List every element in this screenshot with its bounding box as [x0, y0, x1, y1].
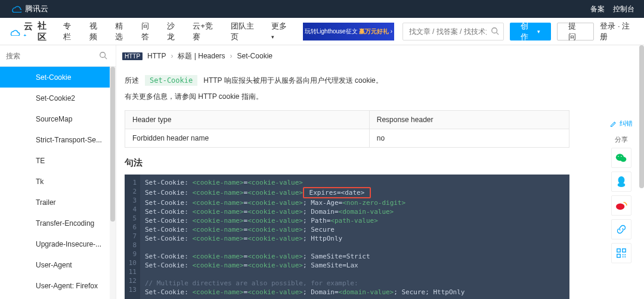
desc-label: 所述 — [125, 76, 139, 86]
cloud-icon — [10, 4, 21, 14]
nav-item[interactable]: 沙龙 — [167, 21, 182, 42]
scrollbar-thumb[interactable] — [639, 45, 644, 188]
search-input[interactable] — [402, 23, 504, 41]
table-cell: Header type — [125, 111, 370, 129]
community-cloud-text: 云+ — [24, 21, 35, 42]
breadcrumb: HTTP HTTP › 标题 | Headers › Set-Cookie — [116, 45, 644, 67]
global-search — [402, 23, 504, 41]
link-console[interactable]: 控制台 — [613, 4, 634, 14]
qq-icon — [616, 176, 627, 188]
table-cell: Response header — [369, 111, 569, 129]
sub-description: 有关更多信息，请参阅 HTTP cookie 指南。 — [125, 92, 632, 102]
svg-line-3 — [105, 57, 107, 60]
breadcrumb-item[interactable]: 标题 | Headers — [178, 51, 225, 61]
nav-right: 创作 ▾ 提问 登录 · 注册 — [402, 21, 636, 42]
sidebar-search-input[interactable] — [6, 48, 110, 64]
nav-item[interactable]: 精选 — [115, 21, 130, 42]
header-info-table: Header type Response header Forbidden he… — [125, 110, 569, 148]
nav-item[interactable]: 专栏 — [63, 21, 78, 42]
nav-item[interactable]: 更多 ▾ — [271, 21, 291, 42]
scrollbar-thumb[interactable] — [110, 67, 115, 222]
table-cell: no — [369, 129, 569, 148]
share-qrcode-button[interactable] — [611, 243, 631, 263]
promo-banner[interactable]: 玩转Lighthouse征文 赢万元好礼 › — [303, 23, 394, 41]
share-wechat-button[interactable] — [611, 148, 631, 168]
sidebar-item[interactable]: Transfer-Encoding — [0, 213, 116, 233]
sidebar-search — [0, 45, 116, 67]
description-row: 所述 Set-Cookie HTTP 响应报头被用于从服务器向用户代理发送 co… — [125, 75, 632, 86]
svg-point-7 — [621, 156, 622, 157]
create-button[interactable]: 创作 ▾ — [510, 23, 551, 41]
chevron-right-icon: › — [230, 52, 233, 60]
sidebar-item[interactable]: Set-Cookie — [0, 67, 116, 88]
share-weibo-button[interactable] — [611, 195, 631, 216]
community-text: 社区 — [38, 20, 55, 43]
sidebar-item[interactable]: Upgrade-Insecure-... — [0, 233, 116, 254]
svg-point-8 — [618, 176, 625, 184]
sidebar-item[interactable]: User-Agent: Firefox — [0, 275, 116, 296]
sidebar-list: Set-CookieSet-Cookie2SourceMapStrict-Tra… — [0, 67, 116, 299]
header-name-code: Set-Cookie — [145, 75, 197, 86]
share-link-button[interactable] — [611, 219, 631, 239]
nav-item[interactable]: 团队主页 — [231, 21, 261, 42]
sidebar-item[interactable]: TE — [0, 150, 116, 171]
svg-rect-11 — [617, 249, 620, 252]
report-error-link[interactable]: 纠错 — [610, 119, 633, 128]
svg-rect-14 — [623, 254, 624, 256]
topbar-right: 备案 控制台 — [590, 4, 634, 14]
search-icon[interactable] — [491, 27, 499, 37]
svg-point-2 — [100, 52, 106, 58]
code-line: Set-Cookie: <cookie-name>=<cookie-value>… — [145, 252, 465, 261]
nav-item[interactable]: 云+竞赛 — [193, 21, 219, 42]
cloud-icon — [8, 27, 21, 36]
table-row: Header type Response header — [125, 111, 569, 129]
syntax-title: 句法 — [125, 157, 632, 169]
sidebar-item[interactable]: Tk — [0, 171, 116, 192]
content-inner: 所述 Set-Cookie HTTP 响应报头被用于从服务器向用户代理发送 co… — [116, 67, 644, 299]
banner-sub: 赢万元好礼 — [359, 27, 389, 36]
code-line: Set-Cookie: <cookie-name>=<cookie-value>… — [145, 198, 465, 207]
svg-point-10 — [616, 203, 624, 210]
code-line: Set-Cookie: <cookie-name>=<cookie-value>… — [145, 187, 465, 198]
report-label: 纠错 — [620, 119, 633, 128]
sidebar-item[interactable]: User-Agent — [0, 254, 116, 275]
wechat-icon — [615, 152, 627, 163]
table-cell: Forbidden header name — [125, 129, 370, 148]
nav-item[interactable]: 问答 — [141, 21, 156, 42]
code-line: Set-Cookie: <cookie-name>=<cookie-value>… — [145, 261, 465, 270]
sidebar-item[interactable]: SourceMap — [0, 108, 116, 129]
nav-bar: 云+ 社区 专栏视频精选问答沙龙云+竞赛团队主页更多 ▾ 玩转Lighthous… — [0, 18, 644, 45]
auth-link[interactable]: 登录 · 注册 — [600, 21, 636, 42]
nav-item[interactable]: 视频 — [89, 21, 104, 42]
code-line: Set-Cookie: <cookie-name>=<cookie-value>… — [145, 216, 465, 225]
code-line: // Multiple directives are also possible… — [145, 279, 465, 288]
ask-button[interactable]: 提问 — [557, 23, 595, 41]
community-logo[interactable]: 云+ 社区 — [8, 20, 55, 43]
breadcrumb-item: Set-Cookie — [237, 52, 273, 60]
svg-rect-12 — [623, 249, 626, 252]
breadcrumb-item[interactable]: HTTP — [147, 52, 166, 60]
sidebar-item[interactable]: Set-Cookie2 — [0, 88, 116, 108]
http-badge-icon: HTTP — [122, 52, 143, 60]
sidebar-item[interactable]: Trailer — [0, 192, 116, 213]
share-label: 分享 — [615, 135, 628, 144]
code-line: Set-Cookie: <cookie-name>=<cookie-value> — [145, 178, 465, 187]
svg-point-9 — [618, 183, 626, 187]
svg-line-1 — [496, 32, 499, 35]
edit-icon — [610, 120, 617, 127]
sidebar-item[interactable]: Strict-Transport-Se... — [0, 129, 116, 150]
arrow-right-icon: › — [391, 28, 392, 35]
desc-text: HTTP 响应报头被用于从服务器向用户代理发送 cookie。 — [203, 76, 382, 86]
link-icon — [616, 224, 627, 235]
svg-point-5 — [620, 157, 626, 161]
brand-logo[interactable]: 腾讯云 — [10, 4, 48, 14]
search-icon[interactable] — [99, 51, 107, 61]
highlighted-code: Expires=<date> — [303, 187, 371, 198]
code-content: Set-Cookie: <cookie-name>=<cookie-value>… — [140, 175, 469, 299]
code-line: Set-Cookie: <cookie-name>=<cookie-value>… — [145, 207, 465, 216]
link-beian[interactable]: 备案 — [590, 4, 605, 14]
share-qq-button[interactable] — [611, 172, 631, 192]
top-bar: 腾讯云 备案 控制台 — [0, 0, 644, 18]
svg-point-0 — [491, 27, 497, 33]
ask-label: 提问 — [568, 21, 583, 42]
